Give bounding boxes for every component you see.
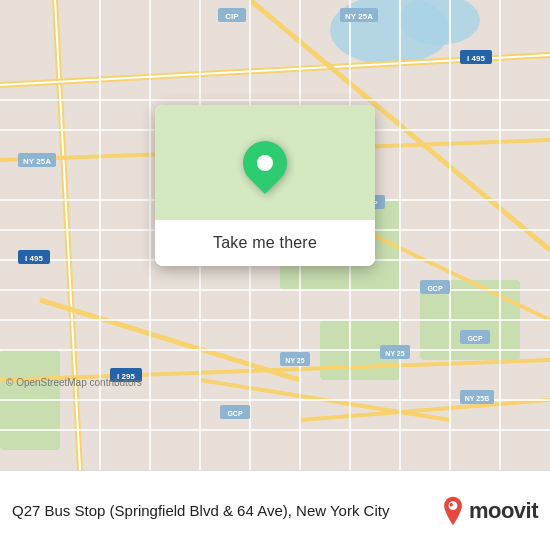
bottom-bar: Q27 Bus Stop (Springfield Blvd & 64 Ave)… xyxy=(0,470,550,550)
svg-text:GCP: GCP xyxy=(427,285,443,292)
svg-text:I 495: I 495 xyxy=(467,54,485,63)
moovit-logo: moovit xyxy=(439,495,538,527)
location-pin xyxy=(234,131,296,193)
map-container: CIP NY 25A NY 25A NY 25A I 495 I 495 I 2… xyxy=(0,0,550,470)
take-me-there-button[interactable]: Take me there xyxy=(155,220,375,266)
svg-text:NY 25B: NY 25B xyxy=(465,395,489,402)
map-popup: Take me there xyxy=(155,105,375,266)
moovit-logo-icon xyxy=(439,495,467,527)
svg-text:NY 25: NY 25 xyxy=(385,350,404,357)
svg-text:I 495: I 495 xyxy=(25,254,43,263)
svg-text:NY 25: NY 25 xyxy=(285,357,304,364)
popup-map-area xyxy=(155,105,375,220)
svg-text:GCP: GCP xyxy=(467,335,483,342)
svg-text:NY 25A: NY 25A xyxy=(345,12,373,21)
svg-text:NY 25A: NY 25A xyxy=(23,157,51,166)
svg-point-66 xyxy=(449,503,453,507)
moovit-text: moovit xyxy=(469,498,538,524)
location-info: Q27 Bus Stop (Springfield Blvd & 64 Ave)… xyxy=(12,500,427,521)
svg-text:CIP: CIP xyxy=(225,12,239,21)
pin-inner xyxy=(257,155,273,171)
location-title: Q27 Bus Stop (Springfield Blvd & 64 Ave)… xyxy=(12,500,427,521)
svg-text:GCP: GCP xyxy=(227,410,243,417)
copyright-text: © OpenStreetMap contributors xyxy=(6,377,142,388)
